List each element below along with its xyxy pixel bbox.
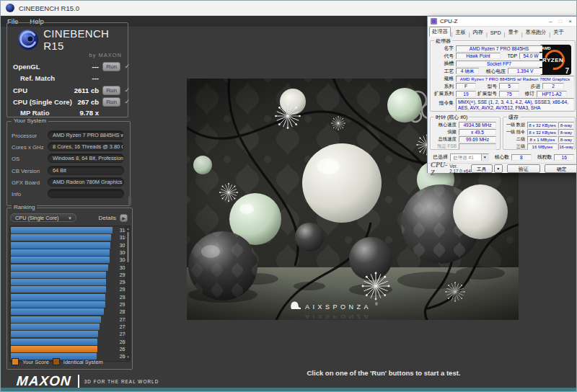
score-bar[interactable]: 20. 6C/12T @ 3.80 GHz, AMD Ryzen 5 7600 …	[11, 279, 106, 285]
minimize-icon[interactable]: –	[549, 17, 552, 26]
ranking-row[interactable]: 13. 32C/64T @ 4.00 GHz, AMD Ryzen Thread…	[10, 227, 129, 234]
ranking-row[interactable]: 25. 6C/12T @ 3.80 GHz, AMD Ryzen 5 7600 …	[10, 316, 129, 324]
ranking-row[interactable]: 29. 8C/16T @ 3.80 GHz, AMD Ryzen 7 PRO 8…	[10, 346, 129, 353]
score-bar[interactable]: 21. 24C/24T @ 3.19 GHz, 12th Gen Intel C…	[11, 286, 106, 293]
system-field-row: ProcessorAMD Ryzen 7 PRO 8845HS w/ Radeo…	[7, 130, 130, 141]
tab-4[interactable]: 显卡	[506, 28, 520, 37]
ranking-row-text: 24. 6C/12T @ 3.70 GHz, AMD Ryzen 5 7500F…	[11, 313, 104, 315]
cpu-run-button[interactable]: Run	[102, 86, 120, 95]
cinebench-window: CINEBENCH R15.0 FileHelp	[0, 0, 577, 392]
ranking-row[interactable]: 27. 16C/16T @ 2.50 GHz, 13th Gen Intel C…	[10, 331, 129, 338]
clock-value-field: x 49.5	[459, 129, 496, 135]
ranking-row-text: 29. 8C/16T @ 3.80 GHz, AMD Ryzen 7 PRO 8…	[11, 351, 97, 352]
ranking-row[interactable]: 18. 24C/24T @ 3.42 GHz, 13th Gen Intel C…	[10, 264, 129, 272]
cpu-single-check-icon[interactable]: ✓	[124, 98, 130, 105]
score-bar[interactable]: 26. 20C/20T @ 2.12 GHz, 12th Gen Intel C…	[11, 324, 100, 330]
maximize-icon[interactable]: □	[558, 17, 562, 26]
score-bar[interactable]: 15. 24C/24T @ 2.12 GHz, Intel Core i7-14…	[11, 242, 110, 249]
technology-label: 工艺	[433, 68, 456, 75]
cache-size-field: 8 x 32 KBytes	[527, 129, 558, 135]
score-bar[interactable]: 24. 6C/12T @ 3.70 GHz, AMD Ryzen 5 7500F…	[11, 308, 104, 315]
ranking-row[interactable]: 21. 24C/24T @ 3.19 GHz, 12th Gen Intel C…	[10, 286, 129, 293]
scroll-up-icon[interactable]: ▲	[126, 227, 130, 231]
score-bar[interactable]: 14. 64C/128T @ 3.20 GHz, AMD Ryzen Threa…	[11, 234, 111, 241]
score-bar[interactable]: 13. 32C/64T @ 4.00 GHz, AMD Ryzen Thread…	[11, 227, 113, 233]
cpuz-tab-bar: 处理器|主板|内存|SPD|显卡|基准跑分|关于	[429, 27, 576, 37]
scrollbar-thumb[interactable]	[127, 232, 129, 262]
ranking-row-text: 14. 64C/128T @ 3.20 GHz, AMD Ryzen Threa…	[11, 239, 111, 241]
ranking-filter-dropdown[interactable]: CPU (Single Core) ▼	[10, 213, 76, 222]
cpu-row: CPU 2611 cb Run ✓	[7, 86, 128, 96]
score-bar[interactable]: 19. 20C/20T @ 3.50 GHz, Intel Core i5-14…	[11, 272, 106, 278]
opengl-check-icon[interactable]: ✓	[124, 63, 130, 70]
chevron-down-icon: ▼	[68, 215, 72, 223]
score-bar[interactable]: 16. 12C/24T @ 3.70 GHz, AMD Ryzen 9 7900…	[11, 249, 110, 256]
cpuz-titlebar[interactable]: CPU-Z – □ ×	[428, 17, 576, 27]
instructions-label: 指令集	[433, 98, 456, 107]
revision-field: HPT1-A2	[537, 91, 567, 97]
family-label: 系列	[433, 83, 456, 90]
maxon-logo: MAXON	[16, 373, 71, 389]
system-field-row: OSWindows 8, 64 Bit, Professional Editio…	[7, 153, 130, 164]
identical-system-swatch	[53, 358, 60, 365]
your-score-bar[interactable]: 29. 8C/16T @ 3.80 GHz, AMD Ryzen 7 PRO 8…	[11, 346, 97, 352]
cpu-check-icon[interactable]: ✓	[124, 86, 130, 94]
ok-button[interactable]: 确定	[545, 164, 577, 173]
processor-select-dropdown[interactable]: 处理器 #1 ▼	[450, 153, 489, 161]
tools-dropdown-button[interactable]: ▼	[494, 164, 503, 173]
tab-6[interactable]: 关于	[551, 28, 565, 37]
ranking-list[interactable]: 13. 32C/64T @ 4.00 GHz, AMD Ryzen Thread…	[9, 226, 130, 362]
aixsponza-registered-mark: ®	[375, 302, 378, 306]
score-bar[interactable]: 22. 24C/24T @ 2.12 GHz, 13th Gen Intel C…	[11, 294, 105, 300]
ranking-row[interactable]: 26. 20C/20T @ 2.12 GHz, 12th Gen Intel C…	[10, 324, 129, 331]
ranking-scrollbar[interactable]: ▲ ▼	[125, 226, 131, 360]
ranking-row[interactable]: 23. 24C/24T @ 2.12 GHz, 13th Gen Intel C…	[10, 301, 129, 308]
scroll-down-icon[interactable]: ▼	[126, 355, 130, 359]
system-field-label: OS	[12, 156, 19, 162]
opengl-run-button[interactable]: Run	[102, 62, 120, 71]
system-field-value: 64 Bit	[48, 166, 124, 175]
cinebench-ball-icon	[17, 28, 39, 51]
mp-ratio-label: MP Ratio	[20, 109, 49, 117]
ranking-row-text: 16. 12C/24T @ 3.70 GHz, AMD Ryzen 9 7900…	[11, 254, 110, 256]
tab-2[interactable]: 内存	[471, 28, 485, 37]
mp-ratio-value: 9.78 x	[48, 109, 99, 117]
score-bar[interactable]: 27. 16C/16T @ 2.50 GHz, 13th Gen Intel C…	[11, 331, 98, 337]
score-bar[interactable]: 25. 6C/12T @ 3.80 GHz, AMD Ryzen 5 7600 …	[11, 316, 101, 323]
clock-value-field	[459, 143, 496, 150]
tab-5[interactable]: 基准跑分	[524, 28, 549, 37]
status-message: Click on one of the 'Run' buttons to sta…	[193, 369, 575, 377]
cpu-single-run-button[interactable]: Run	[102, 97, 120, 107]
cpuz-window: CPU-Z – □ × 处理器|主板|内存|SPD|显卡|基准跑分|关于 处理器…	[427, 16, 577, 173]
score-bar[interactable]: 17. 8C/16T @ 3.80 GHz, AMD Ryzen 7 7700 …	[11, 257, 110, 263]
ranking-row[interactable]: 22. 24C/24T @ 2.12 GHz, 13th Gen Intel C…	[10, 294, 129, 301]
ranking-row[interactable]: 17. 8C/16T @ 3.80 GHz, AMD Ryzen 7 7700 …	[10, 257, 129, 264]
ranking-row[interactable]: 24. 6C/12T @ 3.70 GHz, AMD Ryzen 5 7500F…	[10, 308, 129, 316]
tools-button[interactable]: 工具	[471, 164, 493, 173]
score-bar[interactable]: 18. 24C/24T @ 3.42 GHz, 13th Gen Intel C…	[11, 264, 108, 271]
cpu-score-value: 2611 cb	[48, 86, 99, 94]
benchmark-panel: CINEBENCH R15 by MAXON OpenGL --- Run ✓ …	[6, 22, 128, 117]
tdp-label: TDP	[501, 53, 519, 58]
system-field-value	[48, 189, 124, 198]
ranking-row[interactable]: 28. 16C/16T @ 3.69 GHz, 12th Gen Intel C…	[10, 339, 129, 346]
close-icon[interactable]: ×	[568, 17, 572, 26]
tab-1[interactable]: 主板	[453, 28, 467, 37]
tab-3[interactable]: SPD	[488, 29, 503, 37]
ranking-row[interactable]: 19. 20C/20T @ 3.50 GHz, Intel Core i5-14…	[10, 272, 129, 279]
ranking-row-text: 27. 16C/16T @ 2.50 GHz, 13th Gen Intel C…	[11, 336, 98, 337]
validate-button[interactable]: 验证	[507, 164, 540, 173]
details-button[interactable]: ▶	[120, 214, 128, 222]
ranking-row[interactable]: 14. 64C/128T @ 3.20 GHz, AMD Ryzen Threa…	[10, 234, 129, 241]
score-bar[interactable]: 23. 24C/24T @ 2.12 GHz, 13th Gen Intel C…	[11, 301, 105, 308]
score-bar[interactable]: 28. 16C/16T @ 3.69 GHz, 12th Gen Intel C…	[11, 339, 97, 345]
ext-family-field: 19	[456, 91, 476, 97]
ranking-row[interactable]: 16. 12C/24T @ 3.70 GHz, AMD Ryzen 9 7900…	[10, 249, 129, 257]
cache-label: 二级	[506, 136, 527, 143]
cpuz-footer: CPU-Z Ver. 2.17.0.x64 工具 ▼ 验证 确定	[428, 163, 576, 173]
ranking-row[interactable]: 20. 6C/12T @ 3.80 GHz, AMD Ryzen 5 7600 …	[10, 279, 129, 286]
tab-processor[interactable]: 处理器	[429, 27, 451, 37]
cinebench-title: CINEBENCH R15	[43, 27, 128, 52]
ranking-row[interactable]: 15. 24C/24T @ 2.12 GHz, Intel Core i7-14…	[10, 242, 129, 249]
system-scrollbar[interactable]	[128, 196, 131, 205]
